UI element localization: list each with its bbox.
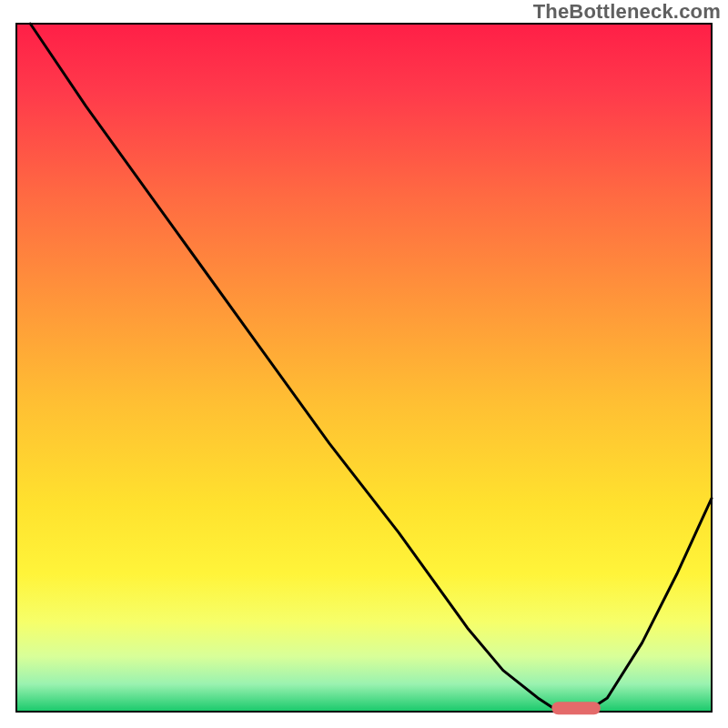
chart-container: TheBottleneck.com <box>0 0 728 728</box>
plot-background <box>16 24 712 712</box>
bottleneck-chart <box>0 0 728 728</box>
watermark-text: TheBottleneck.com <box>533 0 721 24</box>
optimal-range-marker <box>551 702 601 714</box>
